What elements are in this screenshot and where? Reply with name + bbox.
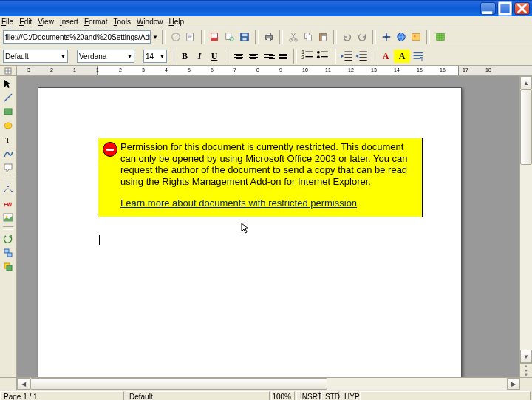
svg-point-21: [385, 35, 388, 38]
menu-format[interactable]: Format: [84, 18, 108, 26]
toolbar-separator: [372, 30, 376, 44]
status-zoom[interactable]: 100%: [271, 391, 295, 400]
decrease-indent-button[interactable]: [340, 50, 353, 63]
svg-rect-3: [187, 33, 194, 41]
image-tool-icon[interactable]: [3, 212, 13, 223]
page-nav-buttons[interactable]: ▲●▼: [520, 363, 532, 377]
vscroll-track[interactable]: [520, 89, 532, 350]
scroll-up-button[interactable]: ▲: [520, 76, 532, 89]
gallery-icon[interactable]: [410, 31, 422, 43]
close-button[interactable]: [514, 2, 530, 15]
svg-point-15: [295, 39, 298, 42]
status-style[interactable]: Default: [126, 391, 270, 400]
ruler-tick: 2: [50, 67, 53, 72]
bold-button[interactable]: B: [178, 50, 191, 63]
edit-icon[interactable]: [185, 31, 197, 43]
scroll-down-button[interactable]: ▼: [520, 350, 532, 363]
redo-icon[interactable]: [356, 31, 368, 43]
font-name-combo[interactable]: Verdana: [77, 50, 134, 63]
ruler-tick: 9: [279, 67, 282, 72]
status-hyp[interactable]: HYP: [341, 391, 358, 400]
navigator-icon[interactable]: [381, 31, 392, 43]
print-preview-icon[interactable]: [224, 31, 236, 43]
fontwork-tool-icon[interactable]: ꜰᴡ: [3, 198, 13, 209]
underline-button[interactable]: U: [208, 50, 221, 63]
ruler-tick: 13: [371, 67, 377, 72]
svg-rect-39: [359, 54, 366, 55]
arrange-tool-icon[interactable]: [3, 262, 13, 272]
paragraph-style-combo[interactable]: Default: [3, 50, 68, 63]
svg-rect-61: [7, 265, 12, 271]
menu-window[interactable]: Window: [137, 18, 163, 26]
vscroll-thumb[interactable]: [520, 89, 532, 165]
hscroll-thumb[interactable]: [30, 378, 327, 390]
increase-indent-button[interactable]: [355, 50, 368, 63]
menu-view[interactable]: View: [38, 18, 54, 26]
arrow-tool-icon[interactable]: [3, 78, 13, 89]
svg-rect-13: [267, 38, 270, 41]
workspace: T ꜰᴡ Permission for this document is cur…: [0, 76, 532, 377]
points-tool-icon[interactable]: [3, 184, 13, 194]
paragraph-marks-button[interactable]: ¶: [412, 50, 425, 63]
bullet-list-button[interactable]: [316, 50, 329, 63]
align-right-button[interactable]: [262, 50, 275, 63]
ellipse-tool-icon[interactable]: [3, 121, 13, 131]
stop-icon[interactable]: [170, 31, 182, 43]
vertical-scrollbar[interactable]: ▲ ▼ ▲●▼: [519, 76, 532, 377]
align-left-button[interactable]: [232, 50, 245, 63]
align-tool-icon[interactable]: [3, 248, 13, 258]
svg-rect-44: [414, 58, 420, 59]
status-insrt[interactable]: INSRT: [296, 391, 320, 400]
callout-tool-icon[interactable]: [3, 163, 13, 173]
svg-text:ꜰᴡ: ꜰᴡ: [4, 200, 13, 208]
undo-icon[interactable]: [341, 31, 353, 43]
print-icon[interactable]: [263, 31, 275, 43]
url-box[interactable]: file:///C:/Documents%20and%20Settings/Ad…: [3, 30, 151, 44]
highlight-button[interactable]: A: [394, 50, 410, 63]
hscroll-track[interactable]: [30, 378, 507, 390]
menu-tools[interactable]: Tools: [114, 18, 131, 26]
menu-edit[interactable]: Edit: [19, 18, 32, 26]
horizontal-scrollbar[interactable]: ◀ ▶: [0, 377, 532, 390]
line-tool-icon[interactable]: [3, 92, 13, 103]
ruler-corner[interactable]: [0, 66, 17, 75]
url-dropdown-icon[interactable]: ▼: [152, 34, 158, 41]
font-size-combo[interactable]: 14: [143, 50, 167, 63]
align-justify-button[interactable]: [276, 50, 290, 63]
rect-tool-icon[interactable]: [3, 106, 13, 117]
menu-file[interactable]: File: [1, 18, 13, 26]
menu-insert[interactable]: Insert: [60, 18, 78, 26]
cut-icon[interactable]: [287, 31, 299, 43]
svg-rect-38: [359, 52, 366, 52]
svg-rect-27: [305, 52, 313, 52]
save-icon[interactable]: [239, 31, 250, 43]
svg-rect-58: [4, 249, 9, 253]
rotate-tool-icon[interactable]: [3, 234, 13, 244]
ruler-tick: 16: [440, 67, 446, 72]
datasources-icon[interactable]: [434, 31, 446, 43]
text-tool-icon[interactable]: T: [3, 135, 13, 145]
hyperlink-icon[interactable]: [395, 31, 407, 43]
menu-help[interactable]: Help: [169, 18, 185, 26]
align-center-button[interactable]: [247, 50, 260, 63]
horizontal-ruler[interactable]: 321123456789101112131415161718: [17, 66, 532, 75]
export-pdf-icon[interactable]: [209, 31, 221, 43]
learn-more-link[interactable]: Learn more about documents with restrict…: [120, 197, 357, 209]
copy-icon[interactable]: [302, 31, 314, 43]
minimize-button[interactable]: [480, 2, 496, 15]
warning-message: Permission for this document is currentl…: [120, 141, 408, 187]
document-canvas[interactable]: Permission for this document is currentl…: [17, 76, 519, 377]
svg-rect-40: [359, 57, 366, 58]
font-color-button[interactable]: A: [379, 50, 392, 63]
scroll-right-button[interactable]: ▶: [507, 378, 520, 390]
svg-text:2: 2: [301, 55, 304, 60]
status-std[interactable]: STD: [321, 391, 339, 400]
maximize-button[interactable]: [497, 2, 513, 15]
scroll-left-button[interactable]: ◀: [17, 378, 30, 390]
italic-button[interactable]: I: [193, 50, 206, 63]
numbered-list-button[interactable]: 12: [301, 50, 314, 63]
ruler-tick: 12: [348, 67, 354, 72]
curve-tool-icon[interactable]: [3, 149, 13, 159]
svg-rect-42: [414, 52, 423, 53]
paste-icon[interactable]: [317, 31, 329, 43]
